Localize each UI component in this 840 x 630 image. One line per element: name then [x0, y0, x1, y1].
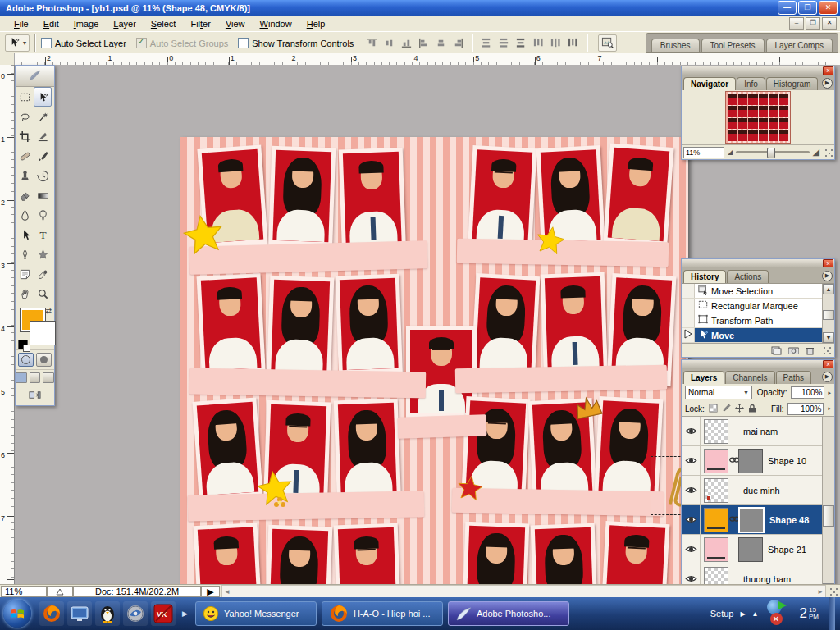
brush-tool[interactable] — [34, 146, 52, 166]
scrollbar-thumb[interactable] — [823, 505, 834, 527]
history-brush-source-column[interactable] — [682, 284, 695, 298]
panel-menu-icon[interactable]: ▶ — [822, 271, 833, 281]
layer-row-duc-minh[interactable]: duc minh — [682, 476, 834, 505]
layer-thumbnail[interactable] — [704, 508, 728, 532]
menu-view[interactable]: View — [218, 17, 253, 30]
palette-tab-tool-presets[interactable]: Tool Presets — [701, 39, 765, 52]
layer-visibility-eye-icon[interactable] — [682, 417, 701, 445]
menu-edit[interactable]: Edit — [36, 17, 66, 30]
zoom-out-icon[interactable]: ◢ — [728, 148, 733, 156]
tray-up-icon[interactable]: ▲ — [752, 610, 759, 618]
restore-button[interactable]: ❐ — [798, 1, 817, 15]
align-vertical-centers-icon[interactable] — [381, 35, 397, 51]
scroll-right-icon[interactable]: ► — [817, 588, 824, 596]
scroll-down-icon[interactable]: ▼ — [823, 332, 834, 343]
layer-row-shape-10[interactable]: Shape 10 — [682, 446, 834, 476]
layer-row-shape-21[interactable]: Shape 21 — [682, 535, 834, 564]
custom-shape-tool[interactable] — [34, 244, 52, 264]
minimize-button[interactable]: — — [778, 1, 797, 15]
path-selection-tool[interactable] — [16, 225, 34, 244]
crop-tool[interactable] — [16, 126, 34, 146]
palette-title-bar[interactable]: x — [682, 66, 834, 75]
lasso-tool[interactable] — [16, 107, 34, 126]
swap-colors-icon[interactable]: ⇄ — [45, 307, 52, 315]
tab-histogram[interactable]: Histogram — [766, 77, 819, 90]
delete-state-icon[interactable] — [806, 346, 815, 355]
tab-info[interactable]: Info — [737, 77, 765, 90]
palette-title-bar[interactable]: x — [682, 259, 834, 267]
zoom-in-icon[interactable]: ◢ — [813, 147, 819, 158]
navigator-thumbnail[interactable] — [726, 92, 790, 143]
doc-minimize-button[interactable]: – — [789, 17, 804, 30]
history-state-rectangular-marquee[interactable]: Rectangular Marquee — [682, 299, 834, 313]
zoom-tool[interactable] — [34, 284, 52, 304]
layer-visibility-eye-icon[interactable] — [682, 476, 701, 504]
distribute-right-edges-icon[interactable] — [565, 35, 581, 51]
history-state-move-selection[interactable]: Move Selection — [682, 284, 834, 299]
history-state-move[interactable]: Move — [682, 328, 834, 343]
resize-grip[interactable] — [824, 148, 833, 157]
tab-channels[interactable]: Channels — [725, 371, 774, 384]
layer-row-shape-48[interactable]: Shape 48 — [682, 505, 834, 535]
new-snapshot-icon[interactable] — [788, 346, 799, 354]
lock-transparency-icon[interactable] — [709, 404, 718, 414]
slider-thumb[interactable] — [767, 148, 775, 158]
layer-visibility-eye-icon[interactable] — [682, 535, 701, 564]
distribute-bottom-edges-icon[interactable] — [514, 35, 529, 51]
tab-layers[interactable]: Layers — [683, 371, 724, 384]
scroll-up-icon[interactable]: ▲ — [823, 284, 834, 294]
navigator-zoom-field[interactable]: 11% — [683, 147, 724, 158]
media-player-quicklaunch-icon[interactable] — [123, 601, 148, 626]
taskbar-button-3[interactable]: Adobe Photosho... — [448, 601, 569, 626]
distribute-horizontal-centers-icon[interactable] — [548, 35, 564, 51]
clone-stamp-tool[interactable] — [16, 166, 34, 185]
history-scrollbar[interactable]: ▲▼ — [822, 284, 834, 343]
doc-close-button[interactable]: ✕ — [822, 17, 837, 30]
layer-row-mai-nam[interactable]: mai nam — [682, 417, 834, 446]
start-button[interactable] — [3, 600, 31, 628]
gradient-tool[interactable] — [34, 185, 52, 205]
layer-mask-thumbnail[interactable] — [738, 449, 763, 473]
healing-brush-tool[interactable] — [16, 146, 34, 166]
resize-grip[interactable] — [823, 346, 831, 354]
distribute-vertical-centers-icon[interactable] — [496, 35, 512, 51]
close-button[interactable]: ✕ — [819, 1, 838, 15]
pen-tool[interactable] — [16, 244, 34, 264]
quick-launch-expand-icon[interactable]: ▶ — [182, 609, 188, 618]
checkbox-auto-select-layer[interactable]: Auto Select Layer — [41, 38, 126, 48]
window-resize-grip[interactable] — [829, 587, 838, 596]
menu-window[interactable]: Window — [253, 17, 299, 30]
new-document-from-state-icon[interactable] — [771, 346, 782, 355]
magic-wand-tool[interactable] — [34, 107, 52, 126]
tab-navigator[interactable]: Navigator — [683, 77, 736, 90]
type-tool[interactable]: T — [34, 225, 52, 244]
taskbar-button-2[interactable]: H-A-O - Hiep hoi ... — [322, 601, 443, 626]
menu-select[interactable]: Select — [144, 17, 184, 30]
checkbox-show-transform-controls[interactable]: Show Transform Controls — [238, 38, 354, 48]
palette-tab-brushes[interactable]: Brushes — [651, 39, 700, 52]
standard-mode-button[interactable] — [18, 353, 34, 367]
status-menu-icon[interactable] — [47, 586, 73, 597]
error-tray-icon[interactable]: ✕ — [770, 613, 783, 625]
menu-filter[interactable]: Filter — [183, 17, 217, 30]
distribute-left-edges-icon[interactable] — [531, 35, 546, 51]
quick-mask-mode-button[interactable] — [36, 353, 52, 367]
rectangular-marquee-tool[interactable] — [16, 87, 34, 107]
hand-tool[interactable] — [16, 284, 34, 304]
align-left-edges-icon[interactable] — [416, 35, 431, 51]
navigator-zoom-slider[interactable] — [736, 151, 809, 153]
tux-penguin-quicklaunch-icon[interactable] — [95, 601, 120, 626]
show-desktop-quicklaunch-icon[interactable] — [67, 601, 92, 626]
layer-thumbnail[interactable] — [704, 449, 728, 473]
scroll-left-icon[interactable]: ◄ — [224, 588, 231, 596]
scrollbar-thumb[interactable] — [823, 310, 834, 320]
edit-in-imageready-button[interactable] — [29, 389, 41, 403]
vietkey-quicklaunch-icon[interactable]: VK — [151, 601, 176, 626]
fill-arrow-icon[interactable]: ▸ — [828, 405, 831, 412]
align-top-edges-icon[interactable] — [364, 35, 380, 51]
layer-thumbnail[interactable] — [704, 537, 728, 562]
opacity-arrow-icon[interactable]: ▸ — [828, 390, 831, 396]
tab-history[interactable]: History — [683, 270, 726, 283]
tab-paths[interactable]: Paths — [776, 371, 812, 384]
palette-tab-layer-comps[interactable]: Layer Comps — [766, 39, 833, 52]
